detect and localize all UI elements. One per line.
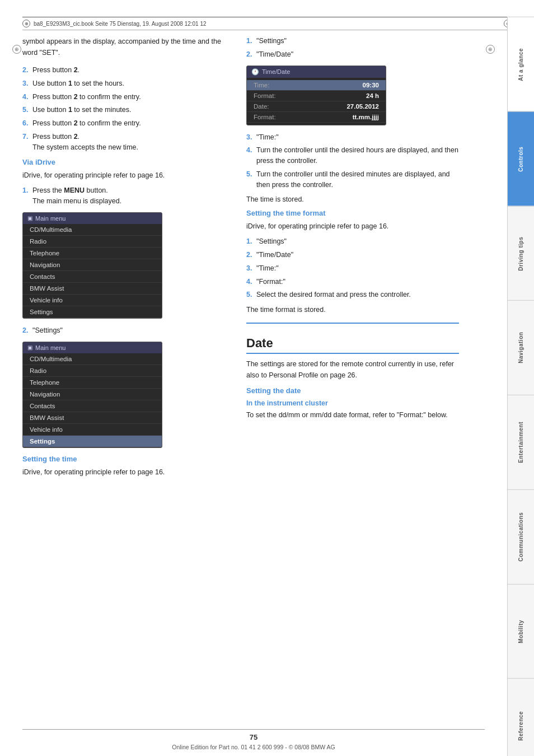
corner-compass-top-left: ⊕ bbox=[12, 45, 21, 54]
sidebar-tab-controls[interactable]: Controls bbox=[508, 111, 534, 206]
step-6: 6. Press button 2 to confirm the entry. bbox=[22, 118, 229, 129]
book-reference: ba8_E9293M3_cic.book Seite 75 Dienstag, … bbox=[34, 21, 207, 27]
menu1-item-contacts: Contacts bbox=[23, 271, 162, 283]
sidebar-tab-navigation[interactable]: Navigation bbox=[508, 300, 534, 395]
idrive-step-1: 1. Press the MENU button.The main menu i… bbox=[22, 185, 229, 207]
menu2-item-navigation: Navigation bbox=[23, 389, 162, 400]
idrive-step-2: 2. "Settings" bbox=[22, 325, 229, 336]
menu2-item-vehicle: Vehicle info bbox=[23, 424, 162, 436]
menu2-item-radio: Radio bbox=[23, 365, 162, 377]
right-steps-list-1: 1. "Settings" 2. "Time/Date" bbox=[246, 36, 459, 60]
sidebar-tab-mobility[interactable]: Mobility bbox=[508, 584, 534, 679]
menu1-item-settings: Settings bbox=[23, 306, 162, 318]
menu1-item-telephone: Telephone bbox=[23, 248, 162, 259]
right-step-5: 5. Turn the controller until the desired… bbox=[246, 169, 459, 190]
stored-note: The time is stored. bbox=[246, 195, 459, 203]
menu2-item-cd: CD/Multimedia bbox=[23, 353, 162, 365]
sidebar-tab-at-a-glance[interactable]: At a glance bbox=[508, 17, 534, 111]
step-2: 2. Press button 2. bbox=[22, 65, 229, 76]
main-content: symbol appears in the display, accompani… bbox=[0, 36, 534, 482]
menu1-item-vehicle: Vehicle info bbox=[23, 295, 162, 306]
step-4: 4. Press button 2 to confirm the entry. bbox=[22, 92, 229, 102]
via-idrive-intro: iDrive, for operating principle refer to… bbox=[22, 170, 229, 181]
timedate-icon: 🕐 bbox=[251, 68, 259, 76]
format-stored-note: The time format is stored. bbox=[246, 306, 459, 314]
footer-line bbox=[22, 729, 485, 730]
right-step-4: 4. Turn the controller until the desired… bbox=[246, 145, 459, 166]
sidebar-tab-driving-tips[interactable]: Driving tips bbox=[508, 206, 534, 301]
format-steps-list: 1. "Settings" 2. "Time/Date" 3. "Time:" … bbox=[246, 236, 459, 300]
step-5: 5. Use button 1 to set the minutes. bbox=[22, 105, 229, 115]
date-intro: The settings are stored for the remote c… bbox=[246, 358, 459, 381]
setting-date-heading: Setting the date bbox=[246, 386, 459, 395]
step-3: 3. Use button 1 to set the hours. bbox=[22, 78, 229, 89]
setting-time-heading: Setting the time bbox=[22, 455, 229, 463]
menu1-title: Main menu bbox=[35, 215, 65, 222]
timedate-header: 🕐 Time/Date bbox=[247, 66, 386, 78]
timedate-row-format1: Format: 24 h bbox=[247, 91, 386, 101]
timedate-row-time: Time: 09:30 bbox=[247, 80, 386, 91]
menu2-item-contacts: Contacts bbox=[23, 400, 162, 412]
right-column: 1. "Settings" 2. "Time/Date" 🕐 Time/Date… bbox=[241, 36, 459, 482]
menu1-item-radio: Radio bbox=[23, 236, 162, 248]
menu2-item-settings: Settings bbox=[23, 436, 162, 447]
menu-title-bar-1: ▣ Main menu bbox=[23, 213, 162, 224]
format-step-5: 5. Select the desired format and press t… bbox=[246, 290, 459, 300]
in-instrument-cluster-heading: In the instrument cluster bbox=[246, 399, 459, 407]
menu-screenshot-1: ▣ Main menu CD/Multimedia Radio Telephon… bbox=[22, 212, 162, 319]
right-step-3: 3. "Time:" bbox=[246, 132, 459, 143]
via-idrive-heading: Via iDrive bbox=[22, 158, 229, 166]
timedate-title: Time/Date bbox=[262, 68, 290, 75]
page-container: ⊕ ba8_E9293M3_cic.book Seite 75 Dienstag… bbox=[0, 17, 534, 756]
right-sidebar: At a glance Controls Driving tips Naviga… bbox=[507, 17, 534, 756]
right-steps-list-2: 3. "Time:" 4. Turn the controller until … bbox=[246, 132, 459, 190]
idrive-step2-list: 2. "Settings" bbox=[22, 325, 229, 336]
intro-text: symbol appears in the display, accompani… bbox=[22, 36, 229, 58]
format-step-4: 4. "Format:" bbox=[246, 277, 459, 287]
sidebar-tab-entertainment[interactable]: Entertainment bbox=[508, 395, 534, 489]
left-column: symbol appears in the display, accompani… bbox=[22, 36, 241, 482]
timedate-rows: Time: 09:30 Format: 24 h Date: 27.05.201… bbox=[247, 78, 386, 125]
menu-icon-1: ▣ bbox=[27, 215, 32, 221]
menu2-items: CD/Multimedia Radio Telephone Navigation… bbox=[23, 353, 162, 447]
right-step-2: 2. "Time/Date" bbox=[246, 49, 459, 60]
format-step-2: 2. "Time/Date" bbox=[246, 250, 459, 260]
step2-text: "Settings" bbox=[32, 325, 229, 336]
timedate-screenshot: 🕐 Time/Date Time: 09:30 Format: 24 h Dat… bbox=[246, 66, 386, 125]
menu1-item-bmw: BMW Assist bbox=[23, 283, 162, 295]
menu-title-bar-2: ▣ Main menu bbox=[23, 342, 162, 353]
menu1-item-navigation: Navigation bbox=[23, 259, 162, 271]
sidebar-tab-communications[interactable]: Communications bbox=[508, 489, 534, 584]
setting-time-intro: iDrive, for operating principle refer to… bbox=[22, 466, 229, 478]
top-header: ⊕ ba8_E9293M3_cic.book Seite 75 Dienstag… bbox=[22, 17, 512, 30]
date-heading: Date bbox=[246, 336, 459, 354]
menu2-title: Main menu bbox=[35, 344, 65, 351]
timedate-row-date: Date: 27.05.2012 bbox=[247, 101, 386, 112]
setting-time-format-heading: Setting the time format bbox=[246, 209, 459, 217]
format-step-3: 3. "Time:" bbox=[246, 263, 459, 274]
page-number: 75 bbox=[250, 733, 257, 741]
format-step-1: 1. "Settings" bbox=[246, 236, 459, 247]
in-instrument-cluster-text: To set the dd/mm or mm/dd date format, r… bbox=[246, 409, 459, 421]
footer: 75 Online Edition for Part no. 01 41 2 6… bbox=[0, 724, 507, 756]
footer-text: Online Edition for Part no. 01 41 2 600 … bbox=[172, 744, 335, 750]
idrive-steps-list: 1. Press the MENU button.The main menu i… bbox=[22, 185, 229, 207]
setting-time-format-intro: iDrive, for operating principle refer to… bbox=[246, 221, 459, 232]
menu-icon-2: ▣ bbox=[27, 344, 32, 351]
menu1-items: CD/Multimedia Radio Telephone Navigation… bbox=[23, 224, 162, 318]
menu2-item-telephone: Telephone bbox=[23, 377, 162, 389]
menu-screenshot-2: ▣ Main menu CD/Multimedia Radio Telephon… bbox=[22, 342, 162, 448]
menu2-item-bmw: BMW Assist bbox=[23, 412, 162, 424]
sidebar-tab-reference[interactable]: Reference bbox=[508, 678, 534, 756]
corner-compass-top-right: ⊕ bbox=[486, 45, 495, 54]
step7-subtext: The system accepts the new time. bbox=[32, 143, 138, 151]
compass-icon-left: ⊕ bbox=[22, 20, 30, 27]
right-step-1: 1. "Settings" bbox=[246, 36, 459, 46]
step-7: 7. Press button 2.The system accepts the… bbox=[22, 132, 229, 153]
menu1-item-cd: CD/Multimedia bbox=[23, 224, 162, 236]
timedate-row-format2: Format: tt.mm.jjjj bbox=[247, 112, 386, 123]
main-steps-list: 2. Press button 2. 3. Use button 1 to se… bbox=[22, 65, 229, 152]
